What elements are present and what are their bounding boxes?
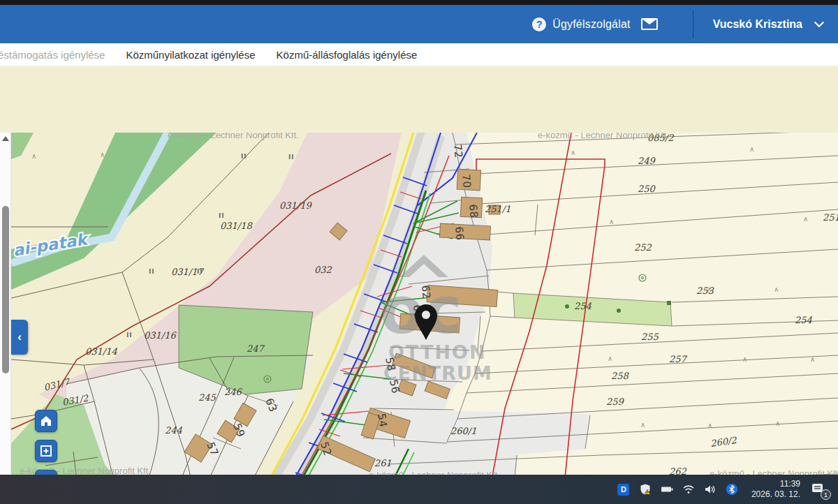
terrain-mark: ∧ (749, 145, 754, 153)
terrain-mark: ∧ (742, 355, 747, 363)
parcel-label: 244 (165, 425, 183, 436)
grassland-mark: II (288, 154, 295, 161)
parcel-label: 253 (696, 286, 715, 296)
window-top-strip (0, 0, 838, 5)
terrain-mark: ∧ (31, 152, 36, 160)
parcel-label: 252 (634, 242, 652, 253)
terrain-mark: ∧ (100, 151, 105, 158)
parcel-label: 249 (638, 156, 656, 166)
screen: ? Ügyfélszolgálat Vucskó Krisztina éstám… (0, 0, 838, 504)
app-header: ? Ügyfélszolgálat Vucskó Krisztina (0, 5, 838, 43)
notification-center-button[interactable]: 1 (810, 481, 828, 498)
envelope-icon[interactable] (641, 18, 658, 30)
zoom-in-button[interactable] (35, 440, 57, 462)
grassland-mark: II (241, 153, 247, 160)
volume-icon[interactable] (703, 482, 717, 496)
terrain-mark: ∧ (707, 286, 712, 293)
watermark-line1: OTTHON (388, 341, 487, 363)
terrain-mark: ∧ (810, 355, 815, 363)
parcel-label: 245 (198, 392, 216, 403)
terrain-mark: ∧ (640, 421, 645, 429)
parcel-label: 255 (641, 332, 659, 342)
system-tray: D (617, 482, 739, 496)
clock-time: 11:39 (751, 479, 800, 489)
parcel-label: 259 (606, 396, 625, 407)
home-extent-button[interactable] (35, 410, 57, 432)
house-number-label: 72 (451, 144, 465, 159)
house-number-label: 66 (453, 226, 466, 242)
parcel-label: 254 (574, 301, 592, 311)
notification-badge: 1 (821, 489, 831, 500)
parcel-label: 257 (669, 354, 688, 364)
grassland-mark: II (149, 268, 155, 275)
utility-map[interactable]: oc OTTHON CENTRUM 085/2249250251/1251/22… (11, 133, 838, 504)
tab-kozmu-allasfoglalas[interactable]: Közmű-állásfoglalás igénylése (277, 49, 418, 61)
provider-watermark: e-közmű - Lechner Nonprofit Kft. (538, 133, 669, 140)
customer-service-button[interactable]: ? Ügyfélszolgálat (532, 17, 658, 31)
scrollbar-thumb[interactable] (2, 206, 9, 373)
scroll-up-arrow-icon[interactable] (0, 133, 11, 144)
parcel-label: 251/1 (485, 204, 510, 214)
map-canvas[interactable]: oc OTTHON CENTRUM 085/2249250251/1251/22… (0, 66, 838, 475)
battery-icon[interactable] (660, 482, 674, 496)
wifi-icon[interactable] (682, 482, 696, 496)
terrain-mark: ∧ (774, 286, 779, 293)
parcel-label: 031/19 (279, 200, 312, 211)
chevron-left-icon: ‹ (17, 330, 22, 344)
chevron-down-icon (814, 17, 824, 27)
grassland-mark: II (219, 212, 225, 219)
tab-tervezestamogatas[interactable]: éstámogatás igénylése (0, 49, 105, 61)
parcel-label: 032 (314, 265, 332, 275)
parcel-label: 247 (247, 343, 265, 354)
parcel-label: 031/18 (220, 221, 253, 231)
terrain-mark: ∧ (775, 420, 780, 427)
clock-date: 2026. 03. 12. (751, 489, 800, 500)
home-icon (40, 415, 52, 427)
parcel-label: 251/2 (823, 212, 838, 223)
header-divider (693, 10, 693, 38)
parcel-label: 246 (224, 387, 243, 397)
customer-service-label: Ügyfélszolgálat (552, 18, 631, 31)
parcel-label: 261 (374, 458, 392, 468)
parcel-label: 260/1 (450, 426, 476, 436)
vertical-scrollbar[interactable] (0, 133, 11, 504)
user-name: Vucskó Krisztina (713, 18, 802, 31)
tab-bar: éstámogatás igénylése Közműnyilatkozat i… (0, 43, 838, 66)
document-app-icon[interactable]: D (617, 482, 631, 496)
bluetooth-icon[interactable] (725, 482, 739, 496)
user-menu[interactable]: Vucskó Krisztina (713, 18, 823, 31)
parcel-label: 250 (638, 184, 656, 194)
tab-kozmunyilatkozat[interactable]: Közműnyilatkozat igénylése (126, 49, 255, 61)
windows-taskbar[interactable]: D 11:39 2026. 03. 12. 1 (0, 475, 838, 504)
terrain-mark: ∧ (608, 355, 612, 362)
parcel-label: 258 (611, 371, 630, 381)
taskbar-clock[interactable]: 11:39 2026. 03. 12. (751, 479, 800, 500)
help-icon: ? (532, 17, 546, 31)
house-number-label: 68 (466, 204, 480, 219)
parcel-label: 031/16 (144, 330, 177, 341)
house-number-label: 54 (375, 413, 390, 428)
house-number-label: 70 (460, 174, 473, 189)
terrain-mark: ∧ (803, 215, 808, 223)
panel-collapse-button[interactable]: ‹ (11, 320, 28, 355)
terrain-mark: ∧ (609, 218, 614, 225)
parcel-label: 254 (795, 315, 813, 325)
security-shield-icon[interactable] (638, 482, 652, 496)
terrain-mark: ∧ (571, 149, 575, 156)
parcel-label: 031/14 (85, 346, 117, 357)
provider-watermark: e-közmű - Lechner Nonprofit Kft. (168, 133, 299, 140)
terrain-mark: ∧ (707, 422, 712, 429)
house-number-label: 62 (419, 285, 433, 300)
zoom-in-icon (40, 445, 52, 457)
grassland-mark: II (126, 332, 133, 339)
grassland-mark: II (197, 268, 203, 275)
